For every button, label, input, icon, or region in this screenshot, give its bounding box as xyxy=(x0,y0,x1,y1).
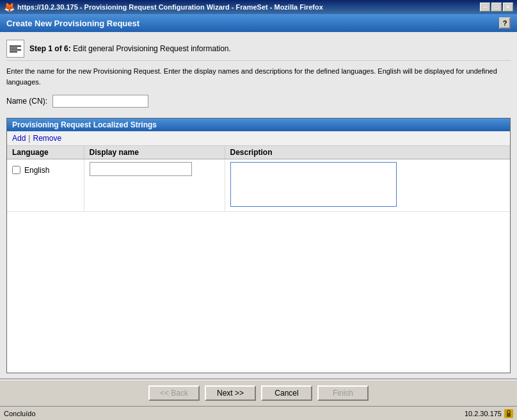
action-separator: | xyxy=(28,134,30,143)
ip-address: 10.2.30.175 xyxy=(465,410,502,417)
display-name-input[interactable] xyxy=(90,162,192,176)
description-text: Enter the name for the new Provisioning … xyxy=(6,66,511,87)
table-header-row: Language Display name Description xyxy=(7,146,510,159)
localized-table: Language Display name Description Englis… xyxy=(7,146,510,212)
back-button[interactable]: << Back xyxy=(148,385,200,401)
title-text: https://10.2.30.175 - Provisioning Reque… xyxy=(17,3,323,11)
title-bar-title: 🦊 https://10.2.30.175 - Provisioning Req… xyxy=(4,2,323,12)
name-label: Name (CN): xyxy=(6,97,47,106)
remove-link[interactable]: Remove xyxy=(33,134,61,143)
main-window: Create New Provisioning Request ? Step 1… xyxy=(0,14,517,420)
svg-rect-0 xyxy=(507,413,511,417)
help-button[interactable]: ? xyxy=(499,17,511,29)
localized-section: Provisioning Request Localized Strings A… xyxy=(6,118,511,373)
maximize-button[interactable]: □ xyxy=(491,3,502,12)
dialog-header: Create New Provisioning Request ? xyxy=(0,14,517,32)
finish-button[interactable]: Finish xyxy=(317,385,369,401)
name-input[interactable] xyxy=(52,95,148,108)
col-header-description: Description xyxy=(225,146,510,159)
status-right: 10.2.30.175 xyxy=(465,409,513,418)
status-bar: Concluído 10.2.30.175 xyxy=(0,406,517,420)
step-header: Step 1 of 6: Edit general Provisioning R… xyxy=(6,37,511,61)
localized-section-header: Provisioning Request Localized Strings xyxy=(7,118,510,131)
display-name-cell xyxy=(84,159,225,212)
next-button[interactable]: Next >> xyxy=(205,385,256,401)
step-icon xyxy=(6,40,24,58)
content-area: Step 1 of 6: Edit general Provisioning R… xyxy=(0,32,517,378)
col-header-language: Language xyxy=(7,146,84,159)
status-text: Concluído xyxy=(4,410,36,417)
lang-name: English xyxy=(24,166,49,175)
col-header-display-name: Display name xyxy=(84,146,225,159)
add-link[interactable]: Add xyxy=(12,134,26,143)
dialog-title: Create New Provisioning Request xyxy=(6,19,139,28)
localized-actions: Add | Remove xyxy=(7,131,510,146)
minimize-button[interactable]: ─ xyxy=(480,3,490,12)
lang-cell: English xyxy=(7,159,84,212)
description-cell xyxy=(225,159,510,212)
lock-icon xyxy=(504,409,513,418)
name-row: Name (CN): xyxy=(6,95,511,108)
step-description: Edit general Provisioning Request inform… xyxy=(73,44,231,53)
table-row: English xyxy=(7,159,510,212)
title-bar: 🦊 https://10.2.30.175 - Provisioning Req… xyxy=(0,0,517,14)
table-wrapper: Language Display name Description Englis… xyxy=(7,146,510,373)
step-number: Step 1 of 6: xyxy=(29,44,71,53)
close-button[interactable]: ✕ xyxy=(503,3,513,12)
cancel-button[interactable]: Cancel xyxy=(261,385,312,401)
title-bar-buttons[interactable]: ─ □ ✕ xyxy=(480,3,513,12)
footer: << Back Next >> Cancel Finish xyxy=(0,380,517,406)
step-title: Step 1 of 6: Edit general Provisioning R… xyxy=(29,44,231,53)
description-textarea[interactable] xyxy=(230,162,397,207)
lang-checkbox[interactable] xyxy=(12,166,20,174)
